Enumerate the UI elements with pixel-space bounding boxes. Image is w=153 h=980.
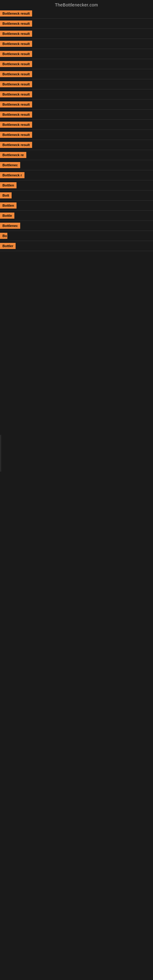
bottleneck-row: Bottleneck result <box>0 9 153 18</box>
bottleneck-badge[interactable]: Bottleneck result <box>0 91 32 97</box>
bottleneck-row: Bottleneck result <box>0 49 153 59</box>
bottleneck-row: Bottleneck r <box>0 170 153 180</box>
bottleneck-row: Bottleneck result <box>0 19 153 29</box>
bottleneck-badge[interactable]: Bottler <box>0 243 16 249</box>
bottleneck-row: Bottleneck result <box>0 29 153 38</box>
site-header: TheBottlenecker.com <box>0 0 153 9</box>
site-title: TheBottlenecker.com <box>0 0 153 9</box>
bottleneck-row: Bottleneck result <box>0 100 153 109</box>
bottleneck-badge[interactable]: Bo <box>0 233 7 239</box>
bottleneck-badge[interactable]: Bottleneck result <box>0 142 32 148</box>
bottleneck-badge[interactable]: Bottleneck result <box>0 71 32 77</box>
bottleneck-badge[interactable]: Bottlenec <box>0 223 20 229</box>
bottleneck-row: Bottlen <box>0 180 153 190</box>
bottleneck-row: Bottleneck result <box>0 140 153 150</box>
bottleneck-badge[interactable]: Bottleneck result <box>0 132 32 138</box>
bottleneck-row: Bottler <box>0 241 153 251</box>
bottleneck-row: Bottleneck result <box>0 89 153 99</box>
bottleneck-badge[interactable]: Bottle <box>0 213 14 219</box>
bottleneck-row: Bottleneck result <box>0 130 153 140</box>
bottleneck-badge[interactable]: Bottleneck result <box>0 41 32 47</box>
bottleneck-badge[interactable]: Bottleneck result <box>0 10 32 16</box>
bottleneck-badge[interactable]: Bottleneck result <box>0 30 32 37</box>
bottleneck-row: Bottleneck result <box>0 120 153 130</box>
bottleneck-row: Bottleneck result <box>0 59 153 69</box>
bottleneck-badge[interactable]: Bottleneck result <box>0 51 32 57</box>
bottleneck-badge[interactable]: Bottlen <box>0 202 16 208</box>
bottleneck-row: Bottleneck result <box>0 69 153 79</box>
bottleneck-row: Bottleneck result <box>0 79 153 89</box>
bottleneck-row: Bott <box>0 191 153 200</box>
bottleneck-badge[interactable]: Bottleneck result <box>0 21 32 27</box>
bottleneck-badge[interactable]: Bottleneck result <box>0 111 32 118</box>
bottleneck-row: Bo <box>0 231 153 241</box>
bottleneck-row: Bottleneck result <box>0 110 153 119</box>
bottleneck-badge[interactable]: Bottleneck result <box>0 81 32 87</box>
bottleneck-badge[interactable]: Bottleneck result <box>0 122 32 128</box>
bottleneck-badge[interactable]: Bottleneck r <box>0 172 24 178</box>
bottleneck-badge[interactable]: Bottlenec <box>0 162 20 168</box>
bottleneck-badge[interactable]: Bottlen <box>0 182 16 188</box>
bottleneck-row: Bottleneck re <box>0 150 153 160</box>
bottleneck-badge[interactable]: Bott <box>0 192 12 199</box>
rows-container: Bottleneck resultBottleneck resultBottle… <box>0 9 153 251</box>
bottleneck-badge[interactable]: Bottleneck result <box>0 101 32 108</box>
bottleneck-row: Bottleneck result <box>0 39 153 49</box>
bottleneck-row: Bottlen <box>0 200 153 210</box>
bottleneck-row: Bottlenec <box>0 160 153 170</box>
bottleneck-row: Bottlenec <box>0 221 153 231</box>
bottom-area <box>0 251 153 680</box>
bottleneck-badge[interactable]: Bottleneck re <box>0 152 26 158</box>
bottleneck-badge[interactable]: Bottleneck result <box>0 61 32 67</box>
bottleneck-row: Bottle <box>0 211 153 221</box>
